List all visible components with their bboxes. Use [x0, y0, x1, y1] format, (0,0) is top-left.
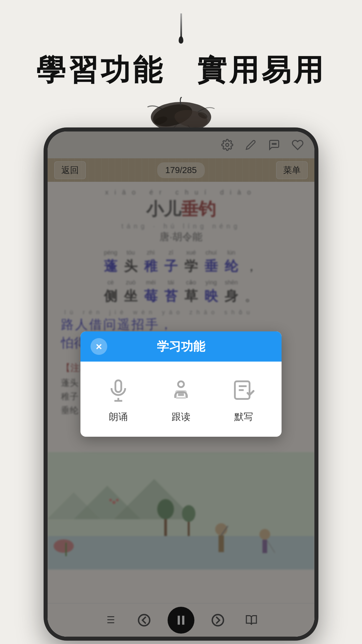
write-check-icon — [229, 375, 259, 405]
dictation-button[interactable]: 默写 — [229, 375, 259, 423]
recite-label: 朗诵 — [109, 411, 128, 423]
phone-screen: 返回 179/285 菜单 xiāo ér chuí diào 小儿垂钓 tán… — [48, 131, 314, 637]
modal-header: × 学习功能 — [80, 331, 282, 362]
modal-body: 朗诵 跟读 — [80, 362, 282, 437]
microphone-icon — [103, 375, 133, 405]
person-reading-icon — [166, 375, 196, 405]
phone-frame: 返回 179/285 菜单 xiāo ér chuí diào 小儿垂钓 tán… — [44, 127, 318, 641]
dictation-label: 默写 — [234, 411, 253, 423]
svg-rect-33 — [116, 380, 122, 392]
modal-box: × 学习功能 — [80, 331, 282, 437]
modal-close-button[interactable]: × — [90, 338, 107, 355]
modal-title: 学习功能 — [107, 338, 255, 355]
top-decorative-area: 學習功能 實用易用 — [0, 0, 362, 131]
main-title: 學習功能 實用易用 — [36, 50, 326, 90]
follow-read-label: 跟读 — [172, 411, 190, 423]
follow-read-button[interactable]: 跟读 — [166, 375, 196, 423]
recite-button[interactable]: 朗诵 — [103, 375, 133, 423]
modal-overlay[interactable]: × 学习功能 — [48, 131, 314, 637]
svg-point-36 — [178, 381, 184, 387]
